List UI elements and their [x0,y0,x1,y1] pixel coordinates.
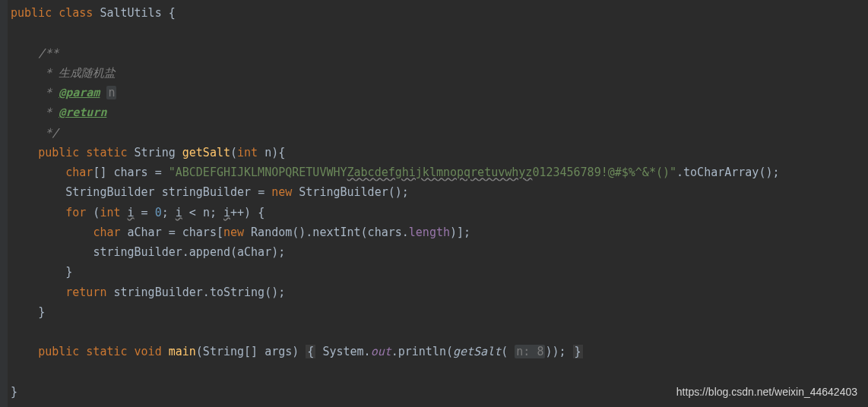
brace: } [11,385,17,399]
keyword: for [65,206,86,219]
op: = [169,226,176,239]
doc-star: * [38,66,52,80]
method-name: getSalt [182,146,230,159]
op: ++ [230,206,244,219]
doc-close: */ [38,126,59,140]
call: ().nextInt(chars. [292,226,409,239]
string-typo: Zabcdefghijklmnopqretuvwhyz [347,166,533,179]
param-name: n [106,86,116,99]
doc-star: * [38,86,52,99]
fold-close[interactable]: } [573,345,583,358]
var: i [128,206,135,219]
keyword: public [38,345,79,358]
fold-open[interactable]: { [306,345,315,358]
return-tag: @return [59,106,106,119]
field: length [409,226,450,239]
keyword: return [65,286,106,299]
type: String [135,146,176,159]
close: )]; [450,226,470,239]
var: i [176,206,182,219]
var: n [203,206,210,219]
keyword: int [237,146,258,159]
stmt: stringBuilder.toString(); [113,286,285,299]
field: out [371,345,391,358]
method-name: main [169,345,196,358]
op: = [141,206,148,219]
string: "ABCDEFGHIJKLMNOPQRETUVWHY [169,166,347,179]
keyword: static [86,345,127,358]
code-editor[interactable]: public class SaltUtils { /** * 生成随机盐 * @… [11,3,868,402]
params: (String[] args) [196,345,299,358]
keyword: class [59,6,93,20]
var: stringBuilder [162,185,251,199]
param-hint: n: 8 [515,345,545,358]
doc-open: /** [38,46,59,60]
close: )); [545,345,565,358]
keyword: char [65,166,93,179]
watermark: https://blog.csdn.net/weixin_44642403 [676,383,857,402]
brace: } [38,305,45,319]
brace: } [65,265,72,279]
keyword: char [93,226,120,239]
keyword: static [86,146,127,159]
paren: ) [271,146,278,159]
var: chars [113,166,147,179]
param-tag: @param [59,86,100,99]
var: chars[ [182,226,223,239]
number: 0 [155,206,162,219]
doc-desc: 生成随机盐 [59,66,116,80]
op: = [258,185,265,199]
keyword: void [135,345,162,358]
op: < [189,206,196,219]
paren: ( [230,146,237,159]
stmt: stringBuilder.append(aChar); [93,245,285,259]
call: .toCharArray(); [676,166,779,179]
var: aChar [128,226,162,239]
class-name: SaltUtils [100,6,161,20]
call: System. [322,345,370,358]
keyword: public [38,146,79,159]
keyword: int [100,206,120,219]
brace: { [278,146,285,159]
op: = [155,166,162,179]
keyword: new [271,185,292,199]
gutter [0,0,8,407]
brace: { [258,206,265,219]
keyword: public [11,6,52,20]
brace: { [169,6,176,20]
param: n [265,146,271,159]
call: getSalt [453,345,501,358]
type: Random [251,226,292,239]
ctor: StringBuilder(); [299,185,409,199]
doc-star: * [38,106,52,119]
keyword: new [223,226,244,239]
var: i [223,206,230,219]
call: .println( [391,345,453,358]
type: StringBuilder [65,185,154,199]
string: 0123456789!@#$%^&*()" [532,166,676,179]
